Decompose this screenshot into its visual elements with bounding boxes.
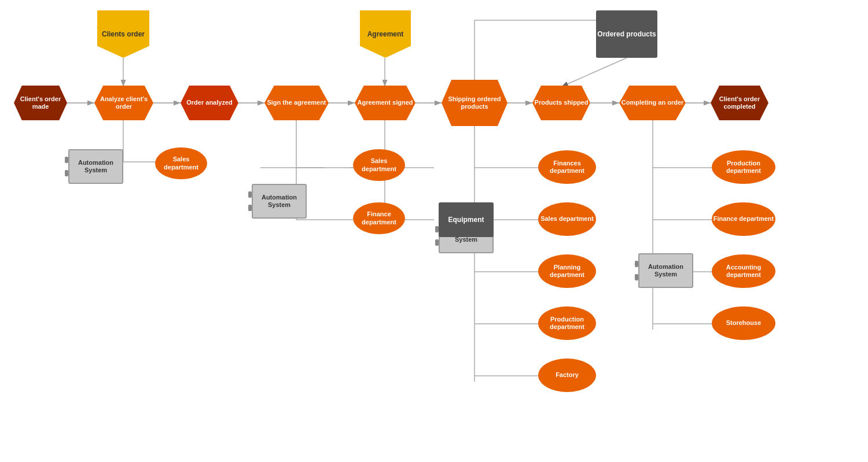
automation-system-4: Automation System — [638, 253, 693, 288]
analyze-clients-order: Analyze client's order — [94, 86, 153, 120]
sales-department-2: Sales department — [353, 149, 405, 181]
factory: Factory — [538, 358, 596, 392]
planning-department: Planning department — [538, 254, 596, 288]
automation-system-2: Automation System — [252, 184, 307, 219]
automation-system-1: Automation System — [68, 149, 123, 184]
order-analyzed: Order analyzed — [181, 86, 238, 120]
agreement-signed: Agreement signed — [355, 86, 415, 120]
completing-an-order: Completing an order — [619, 86, 686, 120]
sales-department-1: Sales department — [155, 147, 207, 179]
production-department-2: Production department — [712, 150, 775, 184]
clients-order-completed: Client's order completed — [711, 86, 768, 120]
finance-department-1: Finance department — [353, 202, 405, 234]
finances-department: Finances department — [538, 150, 596, 184]
ordered-products-flag: Ordered products — [596, 10, 657, 58]
clients-order-flag: Clients order — [97, 10, 149, 58]
svg-line-12 — [561, 58, 627, 87]
agreement-flag: Agreement — [360, 10, 411, 58]
sign-the-agreement: Sign the agreement — [264, 86, 329, 120]
products-shipped: Products shipped — [532, 86, 590, 120]
equipment: Equipment — [439, 202, 494, 237]
accounting-department: Accounting department — [712, 254, 775, 288]
finance-department-2: Finance department — [712, 202, 775, 236]
diagram: Clients order Agreement Ordered products… — [0, 0, 868, 462]
storehouse: Storehouse — [712, 306, 775, 340]
production-department-1: Production department — [538, 306, 596, 340]
sales-department-3: Sales department — [538, 202, 596, 236]
clients-order-made: Client's order made — [14, 86, 67, 120]
shipping-ordered-products: Shipping ordered products — [442, 80, 507, 126]
